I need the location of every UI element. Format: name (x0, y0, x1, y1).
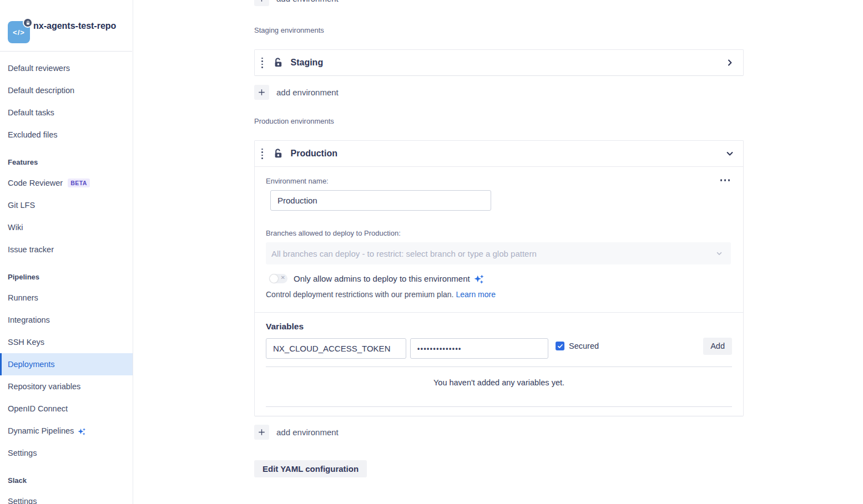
sidebar-item-settings[interactable]: Settings (0, 442, 133, 464)
beta-badge: BETA (68, 179, 90, 187)
no-variables-message: You haven't added any variables yet. (266, 367, 732, 399)
branch-restriction-select[interactable]: All branches can deploy - to restrict: s… (266, 242, 731, 264)
production-card-title: Production (291, 149, 337, 159)
repo-title: nx-agents-test-repo (33, 0, 116, 52)
select-chevron-down-icon (715, 250, 723, 257)
branches-allowed-label: Branches allowed to deploy to Production… (266, 229, 731, 237)
sidebar-item-integrations[interactable]: Integrations (0, 309, 133, 331)
sidebar-label: Default tasks (8, 108, 54, 117)
sidebar-label: Issue tracker (8, 245, 54, 254)
sidebar-label: OpenID Connect (8, 404, 68, 413)
variable-name-input[interactable] (266, 338, 406, 359)
collapse-production-chevron-down-icon[interactable] (725, 149, 734, 158)
drag-handle-icon[interactable] (260, 57, 264, 69)
production-environment-card: Production Environment name: Branches al… (254, 140, 744, 416)
sidebar-item-wiki[interactable]: Wiki (0, 216, 133, 238)
expand-staging-chevron-right-icon[interactable] (725, 58, 734, 67)
settings-sidebar: Pull RequestsDefault reviewersDefault de… (0, 0, 133, 504)
learn-more-link[interactable]: Learn more (456, 290, 496, 299)
sidebar-label: Settings (8, 449, 37, 457)
sidebar-label: Features (8, 158, 38, 166)
branch-select-placeholder: All branches can deploy - to restrict: s… (271, 249, 537, 258)
private-repo-lock-badge (23, 18, 33, 28)
toggle-knob (270, 274, 278, 283)
add-variable-button[interactable]: Add (703, 338, 732, 355)
add-environment-button-staging[interactable]: add environment (254, 85, 744, 100)
unlock-icon (272, 57, 284, 68)
plus-icon (254, 425, 269, 440)
plus-icon (254, 0, 269, 6)
edit-yaml-configuration-button[interactable]: Edit YAML configuration (254, 460, 367, 477)
sidebar-label: Dynamic Pipelines (8, 426, 74, 435)
repo-header: </> nx-agents-test-repo (0, 0, 132, 52)
code-icon: </> (13, 28, 25, 37)
secured-checkbox[interactable] (556, 342, 564, 350)
sidebar-item-ssh-keys[interactable]: SSH Keys (0, 331, 133, 353)
add-environment-button-production[interactable]: add environment (254, 425, 744, 440)
admins-only-toggle[interactable]: ✕ (269, 274, 287, 283)
sidebar-item-deployments[interactable]: Deployments (0, 353, 133, 375)
production-card-body: Environment name: Branches allowed to de… (255, 167, 743, 312)
drag-handle-icon[interactable] (260, 147, 264, 160)
staging-environment-card: Staging (254, 49, 744, 76)
sidebar-label: Git LFS (8, 201, 35, 210)
sidebar-label: Default description (8, 86, 74, 95)
deployments-settings-main: add environment Staging environments Sta… (133, 0, 863, 504)
sidebar-label: Pipelines (8, 273, 39, 281)
sidebar-item-excluded-files[interactable]: Excluded files (0, 124, 133, 146)
sidebar-item-repository-variables[interactable]: Repository variables (0, 375, 133, 398)
sidebar-label: Code Reviewer (8, 179, 63, 187)
sidebar-section-pipelines: Pipelines (0, 267, 133, 287)
unlock-icon (272, 148, 284, 159)
environment-name-input[interactable] (270, 190, 491, 211)
sidebar-label: Default reviewers (8, 64, 70, 73)
sidebar-label: SSH Keys (8, 338, 44, 347)
sidebar-label: Integrations (8, 315, 50, 324)
variables-heading: Variables (266, 322, 732, 332)
sidebar-label: Repository variables (8, 382, 80, 391)
secured-label: Secured (569, 342, 599, 350)
sidebar-label: Excluded files (8, 130, 57, 139)
sidebar-item-dynamic-pipelines[interactable]: Dynamic Pipelines (0, 420, 133, 442)
add-environment-label: add environment (276, 88, 339, 97)
sidebar-item-default-reviewers[interactable]: Default reviewers (0, 57, 133, 79)
sidebar-section-features: Features (0, 152, 133, 172)
sidebar-item-settings[interactable]: Settings (0, 490, 133, 504)
add-environment-label: add environment (276, 0, 339, 3)
sidebar-section-slack: Slack (0, 471, 133, 490)
staging-environments-label: Staging environments (254, 26, 744, 34)
ai-sparkle-icon (77, 427, 87, 437)
sidebar-label: Deployments (8, 360, 55, 369)
sidebar-label: Runners (8, 293, 38, 302)
add-environment-label: add environment (276, 427, 339, 437)
staging-card-title: Staging (291, 58, 324, 68)
sidebar-item-openid-connect[interactable]: OpenID Connect (0, 398, 133, 420)
sidebar-item-git-lfs[interactable]: Git LFS (0, 194, 133, 216)
lock-icon (26, 21, 31, 26)
repo-avatar: </> (8, 21, 30, 43)
sidebar-item-runners[interactable]: Runners (0, 287, 133, 309)
more-options-icon[interactable] (718, 177, 733, 184)
variable-value-input[interactable] (410, 338, 548, 359)
admins-only-toggle-label: Only allow admins to deploy to this envi… (294, 274, 470, 283)
sidebar-item-code-reviewer[interactable]: Code ReviewerBETA (0, 172, 133, 194)
ai-sparkle-icon (473, 274, 485, 286)
sidebar-label: Wiki (8, 223, 23, 232)
environment-name-label: Environment name: (266, 177, 731, 185)
production-card-header[interactable]: Production (255, 141, 743, 166)
sidebar-item-issue-tracker[interactable]: Issue tracker (0, 238, 133, 261)
sidebar-item-default-description[interactable]: Default description (0, 79, 133, 101)
premium-plan-text: Control deployment restrictions with our… (266, 290, 453, 299)
variables-section: Variables Secured Add You haven't added … (255, 313, 743, 416)
staging-card-header[interactable]: Staging (255, 50, 743, 75)
add-environment-button-top[interactable]: add environment (254, 0, 744, 6)
sidebar-item-default-tasks[interactable]: Default tasks (0, 101, 133, 124)
toggle-off-x-icon: ✕ (281, 274, 285, 281)
production-environments-label: Production environments (254, 117, 744, 125)
sidebar-label: Settings (8, 497, 37, 504)
sidebar-nav: Pull RequestsDefault reviewersDefault de… (0, 0, 133, 504)
plus-icon (254, 85, 269, 100)
sidebar-label: Slack (8, 476, 27, 485)
